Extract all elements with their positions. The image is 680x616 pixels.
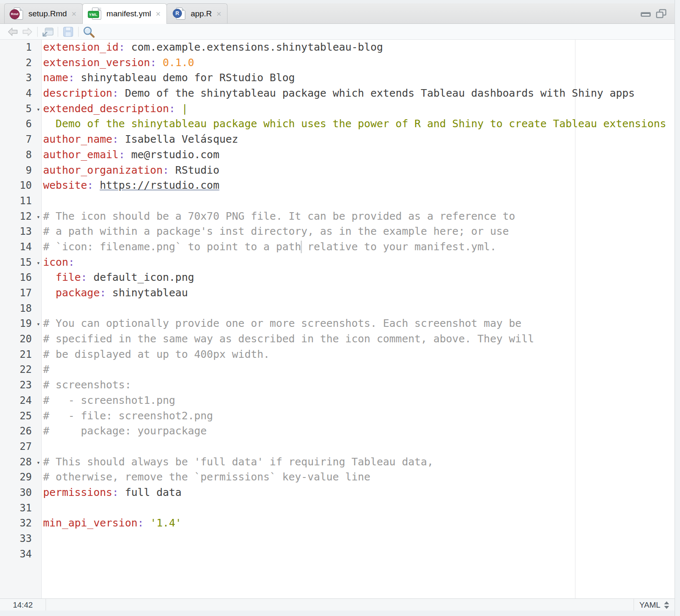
editor-rows: 1extension_id: com.example.extensions.sh…: [0, 40, 675, 562]
window-right-edge: [675, 0, 680, 616]
line-number: 2: [0, 55, 42, 71]
line-number: 12▾: [0, 209, 42, 224]
code-line: # You can optionally provide one or more…: [42, 316, 522, 331]
line-number: 24: [0, 393, 42, 408]
line-number: 4: [0, 86, 42, 101]
language-mode-selector[interactable]: YAML: [634, 599, 675, 611]
window-top-strip: [0, 0, 675, 3]
code-row: 22#: [0, 362, 675, 377]
code-line: name: shinytableau demo for RStudio Blog: [42, 70, 295, 86]
forward-icon[interactable]: [20, 25, 34, 38]
code-line: # - screenshot1.png: [42, 393, 175, 408]
fold-arrow-icon[interactable]: ▾: [37, 316, 40, 332]
code-row: 25# - file: screenshot2.png: [0, 408, 675, 424]
code-row: 26# package: yourpackage: [0, 424, 675, 439]
code-row: 16 file: default_icon.png: [0, 270, 675, 285]
tab-label: manifest.yml: [107, 9, 151, 18]
line-number: 29: [0, 470, 42, 485]
code-row: 8author_email: me@rstudio.com: [0, 147, 675, 163]
line-number: 6: [0, 116, 42, 132]
code-row: 24# - screenshot1.png: [0, 393, 675, 408]
code-line: # The icon should be a 70x70 PNG file. I…: [42, 209, 515, 224]
code-line: permissions: full data: [42, 485, 182, 501]
maximize-icon[interactable]: [655, 9, 667, 19]
code-line: [42, 531, 43, 547]
code-line: # screenshots:: [42, 377, 131, 393]
code-line: # - file: screenshot2.png: [42, 408, 213, 424]
yml-file-icon: YML: [88, 7, 103, 21]
show-in-new-window-icon[interactable]: [41, 25, 55, 38]
back-icon[interactable]: [6, 25, 20, 38]
code-line: # package: yourpackage: [42, 424, 207, 439]
code-line: min_api_version: '1.4': [42, 516, 182, 531]
code-line: extended_description: |: [42, 101, 188, 117]
code-line: file: default_icon.png: [42, 270, 194, 285]
code-row: 6 Demo of the shinytableau package which…: [0, 116, 675, 132]
tab-label: setup.Rmd: [28, 9, 67, 18]
tab-app-r[interactable]: R app.R ×: [166, 3, 228, 23]
cursor-position-text: 14:42: [13, 601, 33, 610]
line-number: 33: [0, 531, 42, 547]
code-row: 3name: shinytableau demo for RStudio Blo…: [0, 70, 675, 86]
code-line: Demo of the shinytableau package which u…: [42, 116, 666, 132]
fold-arrow-icon[interactable]: ▾: [37, 102, 40, 117]
code-line: extension_version: 0.1.0: [42, 55, 194, 71]
code-line: [42, 439, 43, 454]
code-line: # This should always be 'full data' if r…: [42, 454, 433, 470]
code-row: 21# be displayed at up to 400px width.: [0, 347, 675, 362]
code-line: # `icon: filename.png` to point to a pat…: [42, 239, 496, 255]
code-row: 5▾extended_description: |: [0, 101, 675, 117]
search-icon[interactable]: [82, 25, 96, 38]
code-row: 14# `icon: filename.png` to point to a p…: [0, 239, 675, 255]
code-row: 28▾# This should always be 'full data' i…: [0, 454, 675, 470]
line-number: 1: [0, 40, 42, 55]
line-number: 28▾: [0, 454, 42, 470]
line-number: 32: [0, 516, 42, 531]
line-number: 15▾: [0, 255, 42, 270]
code-row: 7author_name: Isabella Velásquez: [0, 132, 675, 147]
code-row: 17 package: shinytableau: [0, 285, 675, 301]
code-line: website: https://rstudio.com: [42, 178, 219, 193]
close-icon[interactable]: ×: [156, 10, 161, 18]
code-row: 27: [0, 439, 675, 454]
editor-status-bar: 14:42 YAML: [0, 598, 675, 611]
r-file-icon: R: [172, 7, 187, 21]
line-number: 26: [0, 424, 42, 439]
line-number: 9: [0, 163, 42, 178]
code-line: [42, 193, 43, 209]
toolbar-separator: [58, 27, 58, 37]
code-row: 12▾# The icon should be a 70x70 PNG file…: [0, 209, 675, 224]
code-row: 15▾icon:: [0, 255, 675, 270]
fold-arrow-icon[interactable]: ▾: [37, 209, 40, 225]
code-row: 32min_api_version: '1.4': [0, 516, 675, 531]
code-line: # specified in the same way as described…: [42, 331, 534, 347]
minimize-icon[interactable]: [640, 9, 651, 18]
fold-arrow-icon[interactable]: ▾: [37, 255, 40, 271]
editor-tab-bar: Rmd setup.Rmd × YML manifest.yml × R app…: [0, 3, 675, 24]
pane-window-controls: [640, 3, 667, 24]
fold-arrow-icon[interactable]: ▾: [37, 455, 40, 470]
code-line: icon:: [42, 255, 74, 270]
code-line: [42, 547, 43, 562]
save-icon[interactable]: [61, 25, 75, 38]
code-row: 11: [0, 193, 675, 209]
line-number: 7: [0, 132, 42, 147]
close-icon[interactable]: ×: [217, 10, 222, 18]
line-number: 21: [0, 347, 42, 362]
cursor-position-indicator[interactable]: 14:42: [0, 599, 46, 611]
code-row: 13# a path within a package's inst direc…: [0, 224, 675, 239]
line-number: 16: [0, 270, 42, 285]
code-line: description: Demo of the shinytableau pa…: [42, 86, 635, 101]
code-line: [42, 501, 43, 516]
code-line: author_organization: RStudio: [42, 163, 219, 178]
tab-manifest-yml[interactable]: YML manifest.yml ×: [82, 3, 167, 24]
code-line: #: [42, 362, 49, 377]
code-row: 18: [0, 301, 675, 316]
code-line: [42, 301, 43, 316]
line-number: 17: [0, 285, 42, 301]
code-editor[interactable]: 1extension_id: com.example.extensions.sh…: [0, 40, 675, 598]
close-icon[interactable]: ×: [72, 10, 77, 18]
status-bar-spacer: [46, 599, 634, 611]
code-row: 2extension_version: 0.1.0: [0, 55, 675, 71]
tab-setup-rmd[interactable]: Rmd setup.Rmd ×: [4, 3, 83, 23]
